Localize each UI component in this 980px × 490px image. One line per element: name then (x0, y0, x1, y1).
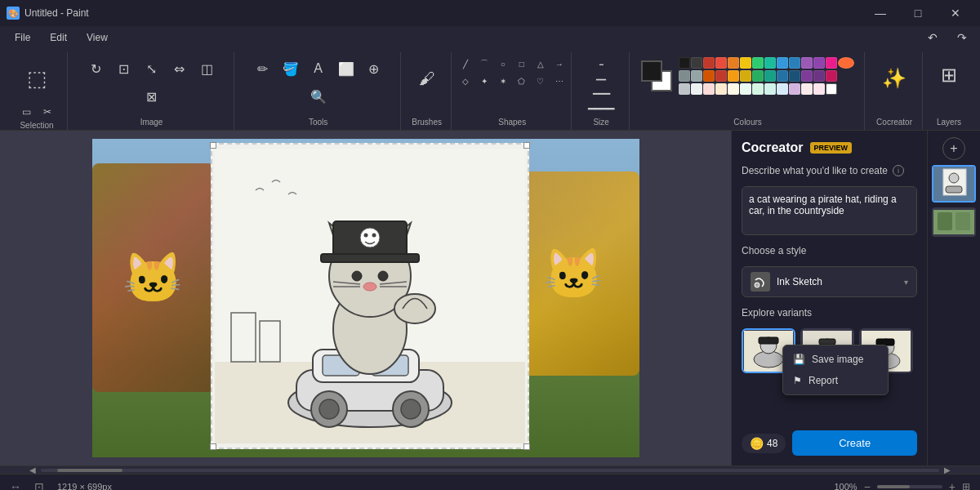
shape-arrow-btn[interactable]: → (550, 56, 568, 72)
eraser-btn[interactable]: ⬜ (333, 56, 359, 82)
color-swatch[interactable] (703, 83, 715, 95)
layer-2-thumb[interactable] (932, 207, 976, 237)
color-swatch[interactable] (740, 83, 751, 95)
horizontal-scrollbar[interactable]: ◀ ▶ (0, 466, 980, 474)
selection-button[interactable]: ⬚ (20, 56, 53, 101)
color-swatch[interactable] (740, 70, 751, 82)
color-swatch[interactable] (703, 57, 715, 69)
crop-btn[interactable]: ⊡ (111, 56, 137, 82)
color-swatch[interactable] (826, 57, 837, 69)
canvas-area[interactable]: 🐱 🐱 (0, 131, 731, 466)
size-3px-btn[interactable]: ━━━ (581, 88, 621, 100)
toggle-selection-btn[interactable]: ↔ (10, 480, 21, 491)
color-swatch[interactable] (777, 83, 788, 95)
size-4px-btn[interactable]: ━━━━ (581, 103, 621, 114)
color-pick-btn[interactable]: ⊕ (361, 56, 387, 82)
shape-star6-btn[interactable]: ✶ (494, 73, 512, 89)
style-dropdown[interactable]: Ink Sketch ▾ (742, 266, 917, 297)
color-swatch[interactable] (777, 57, 788, 69)
shape-triangle-btn[interactable]: △ (532, 56, 550, 72)
color-swatch[interactable] (838, 57, 854, 69)
redo-button[interactable]: ↷ (951, 28, 973, 47)
info-icon[interactable]: i (893, 165, 904, 176)
foreground-color-swatch[interactable] (641, 60, 662, 82)
zoom-slider-thumb[interactable] (877, 485, 910, 488)
rotate-btn[interactable]: ↻ (83, 56, 109, 82)
shape-curve-btn[interactable]: ⌒ (475, 56, 493, 72)
handle-bl[interactable] (210, 443, 216, 450)
active-colors[interactable] (641, 60, 672, 91)
size-1px-btn[interactable]: ━ (581, 59, 621, 70)
color-swatch[interactable] (752, 83, 764, 95)
zoom-out-btn[interactable]: − (864, 480, 871, 491)
menu-edit[interactable]: Edit (42, 30, 75, 45)
context-save-image[interactable]: 💾 Save image (783, 349, 888, 370)
color-swatch[interactable] (728, 83, 739, 95)
layers-ribbon-btn[interactable]: ⊞ (933, 52, 965, 98)
shape-pentagon-btn[interactable]: ⬠ (513, 73, 531, 89)
shape-star4-btn[interactable]: ✦ (475, 73, 493, 89)
resize-btn[interactable]: ⤡ (139, 56, 165, 82)
selection-rect-btn[interactable]: ▭ (16, 103, 36, 121)
handle-tl[interactable] (210, 142, 216, 149)
color-swatch[interactable] (728, 57, 739, 69)
layer-1-thumb[interactable] (932, 165, 976, 203)
scroll-thumb[interactable] (57, 469, 122, 472)
color-swatch[interactable] (801, 83, 813, 95)
color-swatch[interactable] (813, 70, 825, 82)
color-swatch[interactable] (813, 83, 825, 95)
flip-btn[interactable]: ⇔ (167, 56, 193, 82)
shape-line-btn[interactable]: ╱ (457, 56, 474, 72)
cocreator-ribbon-btn[interactable]: ✨ (878, 56, 911, 101)
create-button[interactable]: Create (792, 430, 917, 456)
color-swatch[interactable] (813, 57, 825, 69)
color-swatch[interactable] (764, 57, 776, 69)
color-swatch[interactable] (703, 70, 715, 82)
color-swatch[interactable] (715, 83, 727, 95)
close-button[interactable]: ✕ (938, 2, 973, 24)
color-swatch[interactable] (826, 83, 837, 95)
scroll-left-btn[interactable]: ◀ (24, 466, 41, 474)
menu-view[interactable]: View (78, 30, 116, 45)
fit-screen-btn[interactable]: ⊡ (34, 480, 44, 491)
color-swatch[interactable] (789, 70, 800, 82)
bg-remove-btn[interactable]: ⊠ (139, 83, 165, 109)
color-swatch[interactable] (752, 70, 764, 82)
color-swatch[interactable] (679, 57, 690, 69)
color-swatch[interactable] (691, 57, 702, 69)
handle-tr[interactable] (523, 142, 530, 149)
color-swatch[interactable] (801, 57, 813, 69)
size-2px-btn[interactable]: ━━ (581, 74, 621, 85)
scroll-right-btn[interactable]: ▶ (939, 466, 956, 474)
color-swatch[interactable] (740, 57, 751, 69)
color-swatch[interactable] (715, 70, 727, 82)
shape-oval-btn[interactable]: ○ (494, 56, 512, 72)
erase-image-btn[interactable]: ◫ (194, 56, 220, 82)
add-layer-button[interactable]: + (942, 137, 965, 160)
handle-br[interactable] (523, 443, 530, 450)
color-swatch[interactable] (715, 57, 727, 69)
color-swatch[interactable] (728, 70, 739, 82)
shape-heart-btn[interactable]: ♡ (532, 73, 550, 89)
color-swatch[interactable] (679, 70, 690, 82)
shape-rect-btn[interactable]: □ (513, 56, 531, 72)
shape-more-btn[interactable]: ⋯ (550, 73, 568, 89)
prompt-textarea[interactable]: a cat wearing a pirate hat, riding a car… (742, 186, 917, 235)
color-swatch[interactable] (801, 70, 813, 82)
color-swatch[interactable] (691, 70, 702, 82)
color-swatch[interactable] (777, 70, 788, 82)
color-swatch[interactable] (752, 57, 764, 69)
shape-diamond-btn[interactable]: ◇ (457, 73, 474, 89)
text-btn[interactable]: A (305, 56, 332, 82)
scroll-track[interactable] (41, 469, 939, 472)
minimize-button[interactable]: — (862, 2, 898, 24)
color-swatch[interactable] (789, 83, 800, 95)
color-swatch[interactable] (679, 83, 690, 95)
color-swatch[interactable] (789, 57, 800, 69)
brush-main-btn[interactable]: 🖌 (411, 56, 443, 101)
pencil-btn[interactable]: ✏ (250, 56, 276, 82)
color-swatch[interactable] (764, 70, 776, 82)
maximize-button[interactable]: □ (900, 2, 936, 24)
zoom-slider[interactable] (877, 485, 942, 488)
color-swatch[interactable] (764, 83, 776, 95)
